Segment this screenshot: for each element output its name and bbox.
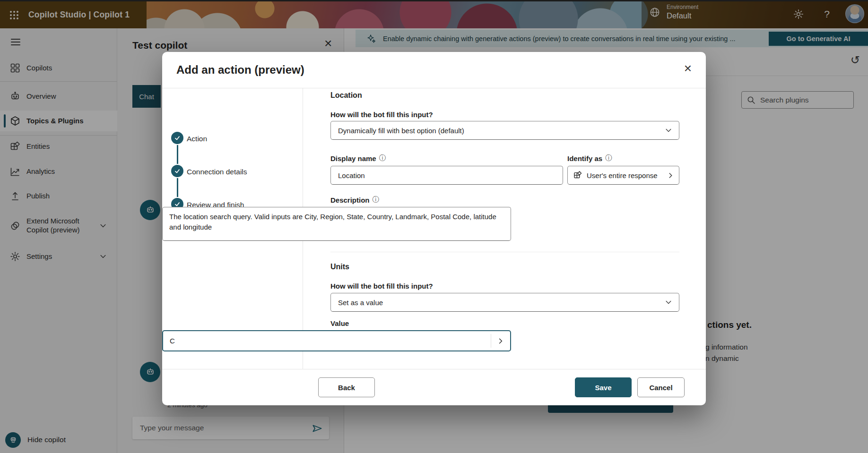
entity-icon (573, 171, 582, 180)
fill-method-dropdown[interactable]: Dynamically fill with best option (defau… (330, 121, 679, 140)
fill-question-label: How will the bot fill this input? (330, 111, 433, 119)
section-title-units: Units (330, 263, 349, 271)
info-icon: ⓘ (379, 154, 386, 162)
units-fill-method-dropdown[interactable]: Set as a value (330, 293, 679, 312)
description-textarea[interactable]: The location search query. Valid inputs … (162, 207, 511, 241)
chevron-right-icon[interactable] (491, 337, 510, 345)
chevron-down-icon (665, 127, 672, 134)
back-button[interactable]: Back (318, 377, 375, 397)
description-label: Description ⓘ (330, 196, 379, 204)
fill-question-label: How will the bot fill this input? (330, 282, 433, 290)
step-connection-check-icon (171, 165, 183, 177)
screen: Copilot Studio | Copilot 1 Environment D… (0, 0, 868, 453)
identify-as-label: Identify as ⓘ (567, 154, 612, 162)
add-action-modal: Add an action (preview) × Action Connect… (162, 52, 706, 405)
form-section-divider (330, 252, 679, 252)
cancel-button[interactable]: Cancel (637, 377, 685, 397)
modal-title: Add an action (preview) (176, 63, 304, 77)
step-connection-label: Connection details (187, 168, 247, 176)
section-title-location: Location (330, 91, 362, 100)
info-icon: ⓘ (373, 196, 379, 204)
step-action-label: Action (187, 135, 207, 143)
modal-header-divider (162, 88, 706, 88)
step-connector (177, 145, 178, 164)
info-icon: ⓘ (605, 154, 612, 162)
value-input[interactable]: C (162, 330, 511, 351)
modal-footer-divider (162, 369, 706, 369)
identify-as-button[interactable]: User's entire response (567, 166, 679, 185)
display-name-label: Display name ⓘ (330, 154, 386, 162)
modal-close-icon[interactable]: × (680, 60, 696, 77)
value-label: Value (330, 319, 349, 327)
chevron-right-icon (667, 172, 674, 179)
display-name-input[interactable]: Location (330, 166, 563, 185)
step-action-check-icon (171, 132, 183, 144)
step-connector (177, 178, 178, 197)
chevron-down-icon (665, 299, 672, 306)
save-button[interactable]: Save (575, 377, 632, 397)
